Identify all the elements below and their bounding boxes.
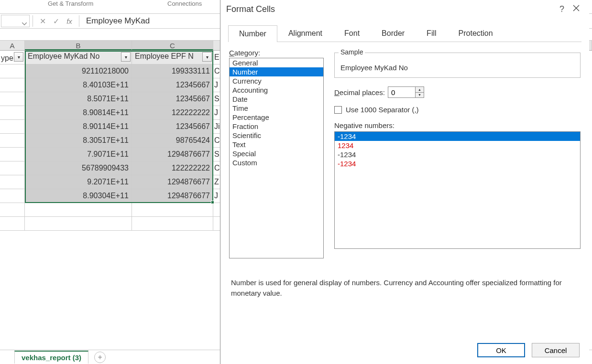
format-cells-dialog: Format Cells ? NumberAlignmentFontBorder…: [220, 0, 589, 364]
cell[interactable]: 122222222: [132, 106, 213, 120]
decimal-places-spinner[interactable]: ▲ ▼: [388, 86, 424, 98]
cell[interactable]: 56789909433: [25, 161, 132, 175]
category-option[interactable]: Date: [230, 95, 323, 104]
divider: [33, 15, 33, 27]
col-header-c[interactable]: C: [132, 41, 213, 50]
cell[interactable]: 1294876677: [132, 189, 213, 203]
tab-font[interactable]: Font: [333, 25, 371, 42]
dialog-tabs: NumberAlignmentFontBorderFillProtection: [228, 25, 581, 42]
fx-icon[interactable]: fx: [63, 15, 76, 27]
tab-alignment[interactable]: Alignment: [277, 25, 333, 42]
thousand-separator-checkbox[interactable]: [334, 106, 342, 114]
ribbon-group-get-transform: Get & Transform: [48, 0, 93, 7]
ok-button[interactable]: OK: [477, 343, 525, 357]
negative-number-option[interactable]: -1234: [335, 132, 580, 141]
cell[interactable]: 8.40103E+11: [25, 78, 132, 92]
cancel-button[interactable]: Cancel: [532, 343, 580, 357]
cell[interactable]: [0, 175, 25, 189]
name-box[interactable]: [1, 15, 30, 27]
tab-fill[interactable]: Fill: [416, 25, 447, 42]
thousand-separator-label: Use 1000 Separator (,): [346, 106, 419, 114]
sample-label: Sample: [339, 48, 365, 56]
sample-value: Employee MyKad No: [340, 63, 575, 73]
cell[interactable]: [0, 148, 25, 161]
spinner-down-icon[interactable]: ▼: [416, 93, 424, 98]
dialog-titlebar: Format Cells ?: [220, 0, 589, 18]
decimal-places-input[interactable]: [388, 87, 415, 97]
cell[interactable]: 8.30517E+11: [25, 134, 132, 148]
category-option[interactable]: Percentage: [230, 113, 323, 122]
cell[interactable]: 98765424: [132, 134, 213, 148]
chevron-down-icon[interactable]: [22, 19, 28, 23]
dialog-title-text: Format Cells: [226, 4, 275, 14]
cell[interactable]: [0, 106, 25, 120]
tab-border[interactable]: Border: [371, 25, 416, 42]
filter-button[interactable]: ▾: [202, 52, 212, 62]
negative-number-option[interactable]: -1234: [335, 150, 580, 159]
cell[interactable]: 1294876677: [132, 175, 213, 189]
negative-number-option[interactable]: 1234: [335, 141, 580, 150]
cell[interactable]: 9.2071E+11: [25, 175, 132, 189]
category-option[interactable]: Scientific: [230, 131, 323, 140]
category-option[interactable]: Fraction: [230, 122, 323, 131]
category-label: Category:: [229, 49, 325, 57]
cancel-formula-icon[interactable]: ✕: [36, 15, 49, 27]
cell[interactable]: 12345667: [132, 78, 213, 92]
cell[interactable]: 8.90114E+11: [25, 120, 132, 134]
col-header-b[interactable]: B: [25, 41, 132, 50]
negative-number-option[interactable]: -1234: [335, 159, 580, 168]
add-sheet-button[interactable]: +: [94, 352, 106, 363]
spinner-up-icon[interactable]: ▲: [416, 87, 424, 93]
category-option[interactable]: General: [230, 58, 323, 67]
cell[interactable]: 12345667: [132, 92, 213, 106]
cell-b-header: Employee MyKad No ▾: [25, 51, 132, 64]
category-option[interactable]: Custom: [230, 158, 323, 167]
divider: [79, 15, 79, 27]
close-icon[interactable]: [569, 5, 583, 13]
cell[interactable]: [0, 189, 25, 203]
thousand-separator-row[interactable]: Use 1000 Separator (,): [334, 106, 581, 114]
tab-protection[interactable]: Protection: [448, 25, 504, 42]
sample-box: Sample Employee MyKad No: [334, 53, 581, 78]
category-option[interactable]: Currency: [230, 76, 323, 86]
cell[interactable]: 8.5071E+11: [25, 92, 132, 106]
filter-button[interactable]: ▾: [14, 52, 23, 62]
cell[interactable]: 1294876677: [132, 148, 213, 161]
category-option[interactable]: Number: [230, 67, 323, 76]
category-option[interactable]: Time: [230, 104, 323, 113]
ribbon-group-connections: Connections: [167, 0, 202, 7]
cell[interactable]: [0, 161, 25, 175]
filter-button[interactable]: ▾: [121, 52, 131, 62]
cell-c-header: Employee EPF N ▾: [132, 51, 213, 64]
cell[interactable]: 7.9071E+11: [25, 148, 132, 161]
decimal-places-row: Decimal places: ▲ ▼: [334, 86, 581, 98]
category-option[interactable]: Special: [230, 149, 323, 158]
cell[interactable]: 8.90814E+11: [25, 106, 132, 120]
category-option[interactable]: Text: [230, 140, 323, 149]
cell[interactable]: 8.90304E+11: [25, 189, 132, 203]
category-list[interactable]: GeneralNumberCurrencyAccountingDateTimeP…: [229, 58, 324, 258]
decimal-places-label: Decimal places:: [334, 88, 385, 96]
cell[interactable]: 122222222: [132, 161, 213, 175]
negative-numbers-label: Negative numbers:: [334, 121, 581, 129]
cell[interactable]: [0, 134, 25, 148]
help-icon[interactable]: ?: [555, 4, 569, 14]
cell-a-header: ype ▾: [0, 51, 25, 64]
cell[interactable]: [0, 92, 25, 106]
dialog-footer: OK Cancel: [477, 343, 580, 357]
cell[interactable]: 12345667: [132, 120, 213, 134]
cell[interactable]: 199333111: [132, 64, 213, 78]
cell[interactable]: 92110218000: [25, 64, 132, 78]
format-description: Number is used for general display of nu…: [220, 258, 589, 299]
tab-number[interactable]: Number: [228, 25, 277, 42]
negative-numbers-list[interactable]: -12341234-1234-1234: [334, 131, 581, 249]
cell[interactable]: [0, 120, 25, 134]
col-header-a[interactable]: A: [0, 41, 25, 50]
cell[interactable]: [0, 78, 25, 92]
enter-formula-icon[interactable]: ✓: [49, 15, 63, 27]
category-option[interactable]: Accounting: [230, 86, 323, 95]
sheet-tab-active[interactable]: vekhas_report (3): [14, 351, 88, 364]
cell[interactable]: [0, 64, 25, 78]
